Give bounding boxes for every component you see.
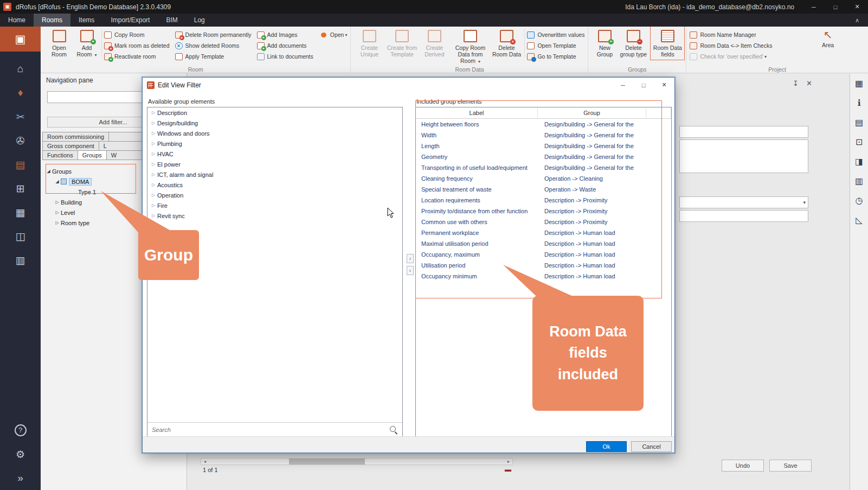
sidebar-item-items[interactable]: ♦	[0, 81, 41, 105]
available-item[interactable]: ▷Operation	[147, 190, 402, 200]
check-over-specified-button[interactable]: Check for 'over specified' ▾	[690, 52, 772, 61]
properties-field-1[interactable]	[679, 126, 808, 138]
clipboard-icon[interactable]: ▥	[855, 176, 863, 186]
scroll-left-icon[interactable]: ◂	[201, 459, 209, 464]
go-to-template-button[interactable]: Go to Template	[527, 52, 584, 61]
properties-field-2[interactable]	[679, 139, 808, 173]
collapsed-arrow-icon[interactable]: ▷	[150, 172, 157, 177]
dialog-minimize-button[interactable]: ─	[613, 78, 633, 92]
collapsed-arrow-icon[interactable]: ▷	[150, 162, 157, 167]
tab-rooms[interactable]: Rooms	[34, 14, 70, 27]
included-row[interactable]: LengthDesign/building -> General for the	[416, 141, 671, 151]
mark-room-deleted-button[interactable]: Mark room as deleted	[104, 41, 170, 50]
collapsed-arrow-icon[interactable]: ▷	[150, 141, 157, 146]
sidebar-item-expand[interactable]: »	[0, 466, 41, 490]
included-row[interactable]: Height between floorsDesign/building -> …	[416, 119, 671, 130]
included-row[interactable]: Special treatment of wasteOperation -> W…	[416, 184, 671, 195]
collapsed-arrow-icon[interactable]: ▷	[54, 200, 61, 205]
cancel-button[interactable]: Cancel	[631, 441, 672, 452]
history-icon[interactable]: ◷	[856, 195, 863, 206]
delete-room-permanently-button[interactable]: Delete Room permanently	[175, 30, 252, 39]
included-row[interactable]: WidthDesign/building -> General for the	[416, 130, 671, 141]
show-deleted-rooms-button[interactable]: Show deleted Rooms	[175, 41, 252, 50]
open-room-button[interactable]: Open Room	[44, 28, 74, 58]
pin-icon[interactable]: ↧	[793, 79, 799, 87]
column-header-label[interactable]: Label	[416, 107, 538, 118]
collapsed-arrow-icon[interactable]: ▷	[150, 131, 157, 136]
move-left-button[interactable]: ‹	[407, 266, 414, 275]
tab-home[interactable]: Home	[0, 14, 34, 27]
open-template-button[interactable]: Open Template	[527, 41, 584, 50]
sidebar-item-attachments[interactable]: ✇	[0, 129, 41, 152]
close-button[interactable]: ✕	[846, 0, 868, 14]
open-menu-button[interactable]: Open ▾	[320, 30, 348, 39]
undo-button[interactable]: Undo	[722, 460, 764, 472]
tab-room-commissioning[interactable]: Room commissioning	[42, 132, 109, 142]
move-right-button[interactable]: ›	[407, 254, 414, 263]
apply-template-button[interactable]: Apply Template	[175, 52, 252, 61]
collapsed-arrow-icon[interactable]: ▷	[150, 182, 157, 187]
create-from-template-button[interactable]: Create from Template	[384, 28, 419, 58]
available-item[interactable]: ▷Fire	[147, 200, 402, 211]
room-name-manager-button[interactable]: Room Name Manager	[690, 30, 772, 39]
included-row[interactable]: Permanent workplaceDescription -> Human …	[416, 227, 671, 238]
available-item[interactable]: ▷Acoustics	[147, 180, 402, 190]
expanded-arrow-icon[interactable]: ◢	[54, 179, 61, 184]
collapse-ribbon-icon[interactable]: ∧	[846, 14, 868, 27]
dialog-maximize-button[interactable]: □	[633, 78, 654, 92]
available-item[interactable]: ▷HVAC	[147, 149, 402, 159]
included-row[interactable]: GeometryDesign/building -> General for t…	[416, 151, 671, 162]
included-row[interactable]: Cleaning frequencyOperation -> Cleaning	[416, 173, 671, 184]
available-item[interactable]: ▷El power	[147, 159, 402, 169]
sidebar-item-settings[interactable]: ⚙	[0, 442, 41, 466]
tab-import-export[interactable]: Import/Export	[102, 14, 158, 27]
dialog-close-button[interactable]: ✕	[654, 78, 674, 92]
available-item[interactable]: ▷Plumbing	[147, 138, 402, 149]
save-button[interactable]: Save	[769, 460, 812, 472]
included-row[interactable]: Occupancy, maximumDescription -> Human l…	[416, 249, 671, 260]
available-item[interactable]: ▷Description	[147, 107, 402, 118]
sidebar-item-capacity[interactable]: ✂	[0, 105, 41, 129]
scrollbar-track[interactable]	[209, 459, 505, 464]
properties-field-3[interactable]	[679, 210, 808, 222]
delete-group-type-button[interactable]: Delete group type	[618, 28, 649, 58]
properties-combo[interactable]: ▾	[679, 196, 808, 208]
expanded-arrow-icon[interactable]: ◢	[45, 169, 52, 174]
measure-icon[interactable]: ◺	[856, 215, 862, 225]
camera-icon[interactable]: ◨	[855, 156, 863, 167]
tab-gross-component[interactable]: Gross component	[42, 141, 99, 151]
ok-button[interactable]: Ok	[586, 441, 627, 452]
search-icon[interactable]	[389, 425, 398, 434]
column-header-group[interactable]: Group	[538, 107, 646, 118]
add-room-button[interactable]: Add Room ▾	[74, 28, 99, 58]
reactivate-room-button[interactable]: Reactivate room	[104, 52, 170, 61]
add-images-button[interactable]: Add Images	[257, 30, 313, 39]
scrollbar-thumb[interactable]	[289, 459, 365, 464]
tab-groups[interactable]: Groups	[78, 150, 107, 160]
included-row[interactable]: Maximal utilisation periodDescription ->…	[416, 238, 671, 249]
sidebar-item-reports[interactable]: ▥	[0, 248, 41, 272]
template-icon[interactable]: ⊡	[856, 137, 863, 147]
included-row[interactable]: Transporting in of useful load/equipment…	[416, 162, 671, 173]
included-row[interactable]: Proximity to/distance from other functio…	[416, 206, 671, 217]
collapsed-arrow-icon[interactable]: ▷	[54, 220, 61, 225]
tab-functions[interactable]: Functions	[42, 150, 78, 160]
tab-bim[interactable]: BIM	[158, 14, 185, 27]
sidebar-item-rooms-module[interactable]: ▣	[0, 27, 41, 52]
info-icon[interactable]: ℹ	[857, 98, 860, 108]
maximize-button[interactable]: □	[825, 0, 846, 14]
sidebar-item-room-data[interactable]: ▤	[0, 152, 41, 176]
link-documents-button[interactable]: Link to documents	[257, 52, 313, 61]
copy-icon[interactable]: ▤	[855, 117, 863, 128]
delete-room-data-button[interactable]: Delete Room Data	[491, 28, 522, 58]
sidebar-item-logistics[interactable]: ⊞	[0, 176, 41, 200]
sidebar-item-bim[interactable]: ◫	[0, 224, 41, 248]
copy-room-data-from-room-button[interactable]: Copy Room Data from Room ▾	[449, 28, 491, 65]
new-group-button[interactable]: New Group	[591, 28, 618, 58]
collapsed-arrow-icon[interactable]: ▷	[150, 110, 157, 115]
dialog-search-input[interactable]	[147, 427, 389, 433]
panel-close-icon[interactable]: ✕	[806, 79, 812, 87]
collapsed-arrow-icon[interactable]: ▷	[150, 120, 157, 125]
available-item[interactable]: ▷ICT, alarm and signal	[147, 169, 402, 180]
add-documents-button[interactable]: Add documents	[257, 41, 313, 50]
